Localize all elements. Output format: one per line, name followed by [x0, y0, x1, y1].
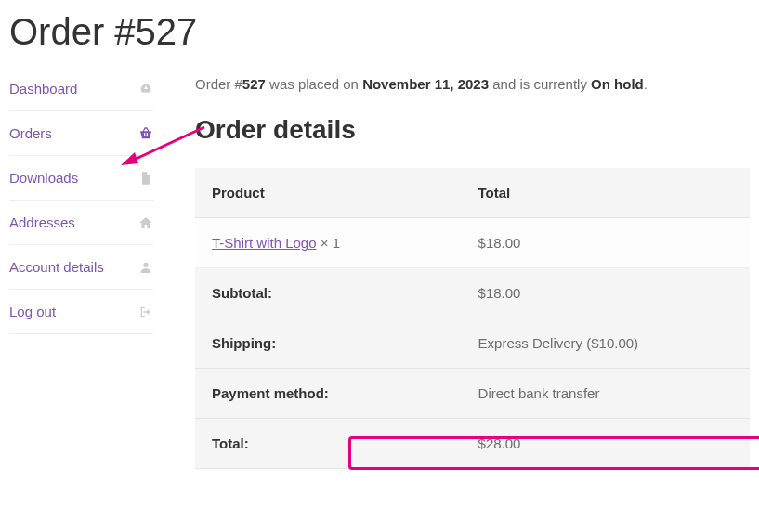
product-price: $18.00	[462, 218, 750, 268]
shipping-row: Shipping: Express Delivery ($10.00)	[195, 318, 750, 369]
home-icon	[138, 215, 153, 230]
user-icon	[138, 260, 153, 275]
row-value: $28.00	[462, 419, 750, 469]
row-value: Express Delivery ($10.00)	[462, 318, 750, 369]
dashboard-icon	[138, 82, 153, 97]
product-cell: T-Shirt with Logo × 1	[195, 218, 462, 268]
order-date: November 11, 2023	[362, 76, 489, 92]
row-label: Total:	[195, 419, 462, 469]
sidebar-item-orders[interactable]: Orders	[9, 111, 153, 156]
payment-method-row: Payment method: Direct bank transfer	[195, 369, 750, 419]
page-title: Order #527	[0, 0, 759, 76]
sidebar-item-label: Addresses	[9, 214, 75, 230]
sidebar-item-label: Log out	[9, 304, 56, 319]
row-label: Subtotal:	[195, 268, 462, 318]
total-row: Total: $28.00	[195, 419, 750, 469]
order-number: 527	[242, 76, 266, 92]
sidebar-item-addresses[interactable]: Addresses	[9, 201, 153, 245]
sidebar-item-label: Dashboard	[9, 81, 77, 97]
order-status-line: Order #527 was placed on November 11, 20…	[195, 76, 750, 92]
order-state: On hold	[591, 76, 644, 92]
row-value: $18.00	[462, 268, 750, 318]
sidebar-item-label: Downloads	[9, 170, 78, 186]
table-header-total: Total	[462, 168, 750, 218]
row-label: Payment method:	[195, 369, 462, 419]
sidebar-item-account-details[interactable]: Account details	[9, 245, 153, 290]
row-value: Direct bank transfer	[462, 369, 750, 419]
order-details-table: Product Total T-Shirt with Logo × 1 $18.…	[195, 168, 750, 469]
main-content: Order #527 was placed on November 11, 20…	[153, 76, 750, 469]
product-qty: × 1	[317, 235, 340, 251]
sidebar-item-dashboard[interactable]: Dashboard	[9, 76, 153, 111]
sidebar-item-label: Orders	[9, 125, 52, 141]
sidebar-item-downloads[interactable]: Downloads	[9, 156, 153, 201]
logout-icon	[138, 305, 153, 319]
subtotal-row: Subtotal: $18.00	[195, 268, 750, 318]
file-icon	[138, 171, 153, 186]
account-sidebar: Dashboard Orders Downloads Addresses Acc…	[9, 76, 153, 469]
sidebar-item-label: Account details	[9, 259, 104, 275]
order-details-heading: Order details	[195, 115, 750, 145]
table-row: T-Shirt with Logo × 1 $18.00	[195, 218, 750, 268]
basket-icon	[138, 126, 153, 141]
sidebar-item-logout[interactable]: Log out	[9, 290, 153, 334]
table-header-product: Product	[195, 168, 462, 218]
product-link[interactable]: T-Shirt with Logo	[212, 235, 317, 251]
row-label: Shipping:	[195, 318, 462, 369]
